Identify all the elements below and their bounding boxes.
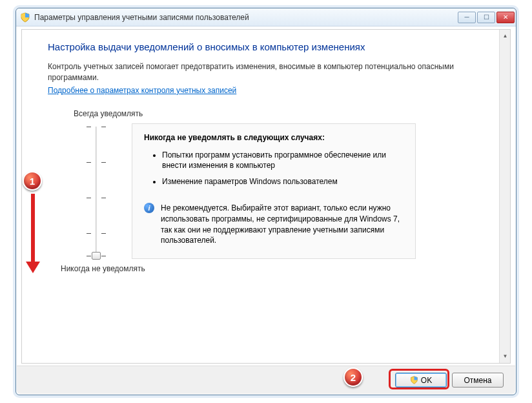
slider-thumb[interactable]	[92, 252, 101, 260]
content-inner: Настройка выдачи уведомлений о вносимых …	[22, 30, 499, 285]
uac-help-link[interactable]: Подробнее о параметрах контроля учетных …	[48, 86, 236, 95]
ok-button-label: OK	[421, 376, 432, 385]
slider-tick	[87, 233, 106, 234]
window-title: Параметры управления учетными записями п…	[34, 13, 456, 22]
note-text: Не рекомендуется. Выбирайте этот вариант…	[161, 203, 404, 246]
annotation-badge-1: 1	[23, 171, 42, 191]
slider-track-area	[48, 123, 125, 259]
list-item: Изменение параметров Windows пользовател…	[162, 176, 404, 187]
cancel-button[interactable]: Отмена	[452, 373, 504, 388]
ok-button[interactable]: OK	[395, 373, 447, 388]
scrollbar[interactable]: ▲ ▼	[499, 30, 510, 363]
button-bar: OK Отмена	[17, 366, 515, 394]
panel-list: Попытки программ установить программное …	[162, 150, 404, 187]
close-button[interactable]: ✕	[496, 12, 515, 23]
page-title: Настройка выдачи уведомлений о вносимых …	[48, 41, 473, 52]
slider-tick	[87, 198, 106, 198]
window-controls: ─ ☐ ✕	[456, 12, 515, 23]
scroll-down-icon[interactable]: ▼	[500, 351, 510, 362]
maximize-button[interactable]: ☐	[477, 12, 495, 23]
note-row: i Не рекомендуется. Выбирайте этот вариа…	[144, 203, 404, 246]
list-item: Попытки программ установить программное …	[162, 150, 404, 172]
uac-slider[interactable]	[87, 123, 106, 259]
shield-icon	[410, 376, 418, 384]
slider-label-bottom: Никогда не уведомлять	[61, 264, 473, 273]
cancel-button-label: Отмена	[464, 376, 491, 385]
info-icon: i	[144, 203, 154, 213]
shield-icon	[20, 12, 30, 23]
titlebar: Параметры управления учетными записями п…	[16, 8, 516, 26]
slider-tick	[87, 127, 106, 127]
uac-settings-window: Параметры управления учетными записями п…	[15, 8, 517, 395]
annotation-badge-2: 2	[343, 367, 363, 387]
annotation-arrow	[31, 194, 35, 265]
annotation-arrow-head	[26, 262, 40, 273]
slider-tick	[87, 162, 106, 163]
slider-label-top: Всегда уведомлять	[74, 109, 473, 118]
slider-section: Всегда уведомлять	[48, 109, 473, 273]
intro-text: Контроль учетных записей помогает предот…	[48, 61, 461, 83]
slider-track-line	[96, 127, 97, 256]
content-area: ▲ ▼ Настройка выдачи уведомлений о вноси…	[21, 29, 511, 364]
panel-title: Никогда не уведомлять в следующих случая…	[144, 133, 404, 142]
scroll-up-icon[interactable]: ▲	[500, 30, 510, 41]
info-panel: Никогда не уведомлять в следующих случая…	[132, 123, 416, 259]
minimize-button[interactable]: ─	[458, 12, 476, 23]
